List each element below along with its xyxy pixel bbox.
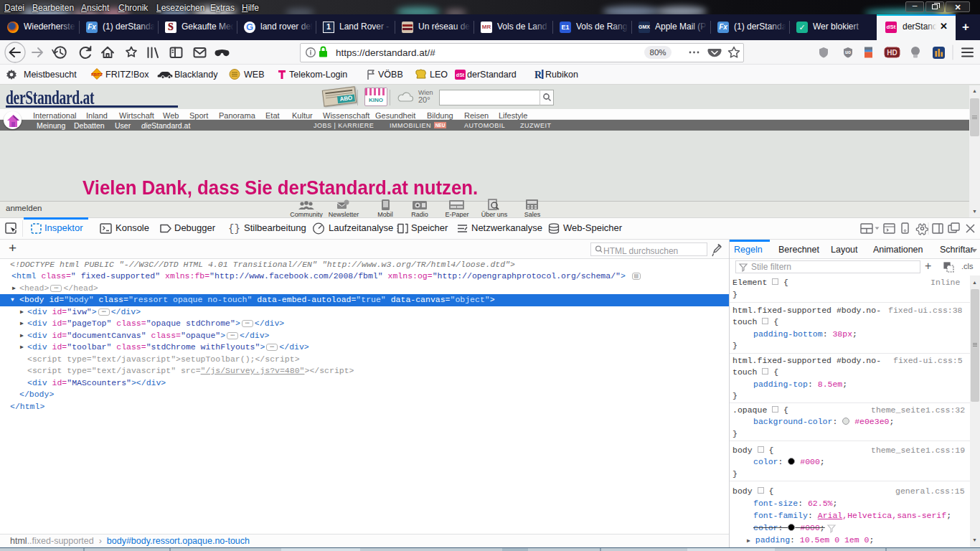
svg-text:FRITZ: FRITZ xyxy=(91,72,103,77)
svg-text:R: R xyxy=(534,70,542,80)
svg-text:HD: HD xyxy=(887,49,897,57)
svg-text:uo: uo xyxy=(845,50,851,55)
svg-text:dSt: dSt xyxy=(456,72,465,77)
svg-text:{}: {} xyxy=(228,223,240,235)
